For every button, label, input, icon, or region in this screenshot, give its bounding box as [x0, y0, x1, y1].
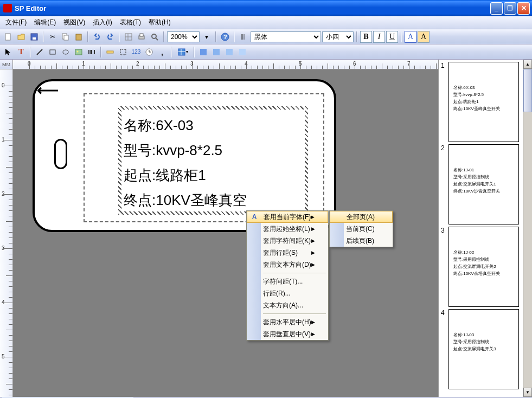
label-object[interactable]: ⟵ 名称:6X-03 型号:kvvp-8*2.5 起点:线路柜1 终点:10KV… [33, 79, 336, 232]
text-object[interactable]: 名称:6X-03 型号:kvvp-8*2.5 起点:线路柜1 终点:10KV圣峰… [118, 106, 308, 215]
select-tool[interactable] [117, 46, 129, 58]
fontsize-combo[interactable]: 小四 [322, 31, 354, 42]
close-button[interactable]: ✕ [517, 2, 530, 15]
ellipse-tool[interactable] [60, 46, 72, 58]
menu-edit[interactable]: 编辑(E) [31, 17, 59, 28]
scroll-down-button[interactable]: ▼ [523, 388, 532, 397]
fontcolor-button[interactable]: A [405, 31, 416, 43]
zoom-combo[interactable]: 200% [167, 31, 200, 42]
copy-button[interactable] [60, 31, 72, 43]
menu-item[interactable]: 文本方向(A)... [247, 299, 328, 311]
open-button[interactable] [15, 31, 27, 43]
menu-item[interactable]: 套用垂直居中(V)▶ [247, 328, 328, 340]
svg-point-20 [63, 50, 68, 54]
menu-file[interactable]: 文件(F) [2, 17, 30, 28]
text-line: 终点:10KV圣峰真空 [124, 188, 303, 213]
text-line: 型号:kvvp-8*2.5 [124, 138, 303, 163]
thumbnail-item[interactable]: 1名称:6X-03型号:kvvp-8*2.5起点:线路柜1终点:10KV圣峰真空… [439, 60, 523, 142]
counter-tool[interactable]: 123 [130, 46, 142, 58]
menu-help[interactable]: 帮助(H) [145, 17, 174, 28]
svg-text:?: ? [223, 34, 227, 40]
svg-rect-38 [226, 49, 233, 55]
svg-rect-28 [107, 51, 113, 53]
menu-item[interactable]: A套用当前字体(F)▶ [247, 211, 328, 223]
svg-rect-39 [239, 49, 246, 55]
svg-rect-4 [64, 35, 68, 40]
thumbnail-item[interactable]: 2名称:1J-01型号:采用原控制线起点:交流屏漏电开关1终点:10KV沙青真空… [439, 142, 523, 224]
save-button[interactable] [28, 31, 40, 43]
menu-insert[interactable]: 插入(I) [89, 17, 115, 28]
scroll-up-button[interactable]: ▲ [523, 60, 532, 69]
svg-point-11 [152, 34, 156, 38]
menu-item[interactable]: 套用行距(S)▶ [247, 247, 328, 259]
text-tool[interactable]: T [15, 46, 27, 58]
submenu-item[interactable]: 后续页(B) [330, 235, 393, 247]
underline-button[interactable]: U [386, 31, 398, 43]
svg-rect-5 [76, 34, 81, 40]
svg-rect-33 [178, 49, 185, 55]
menu-item[interactable]: 字符间距(T)... [247, 275, 328, 287]
submenu-item[interactable]: 当前页(C) [330, 223, 393, 235]
canvas[interactable]: ⟵ 名称:6X-03 型号:kvvp-8*2.5 起点:线路柜1 终点:10KV… [13, 69, 438, 397]
submenu-item[interactable]: 全部页(A) [330, 211, 393, 223]
scroll-thumb[interactable] [523, 69, 532, 112]
line-spacing-icon[interactable] [238, 31, 249, 43]
vertical-ruler[interactable]: 0123456 [0, 69, 13, 397]
menu-item[interactable]: 行距(R)... [247, 287, 328, 299]
paste-button[interactable] [73, 31, 85, 43]
pointer-tool[interactable] [2, 46, 14, 58]
dot-tool[interactable]: , [156, 46, 168, 58]
menu-item[interactable]: 套用字符间距(K)▶ [247, 235, 328, 247]
bold-button[interactable]: B [360, 31, 372, 43]
menu-table[interactable]: 表格(T) [117, 17, 144, 28]
cut-button[interactable]: ✂ [47, 31, 59, 43]
menu-item[interactable]: 套用起始坐标(L)▶ [247, 223, 328, 235]
thumbnail-item[interactable]: 4名称:1J-03型号:采用原控制线起点:交流屏漏电开关3 [439, 307, 523, 389]
thumb-scrollbar[interactable]: ▲ ▼ [523, 60, 532, 397]
fill2-button[interactable] [210, 46, 222, 58]
fill4-button[interactable] [236, 46, 248, 58]
window-controls: _ ☐ ✕ [490, 2, 532, 15]
thumbnail-item[interactable]: 3名称:1J-02型号:采用原控制线起点:交流屏漏电开关2终点:10KV余塔真空… [439, 224, 523, 307]
svg-line-18 [37, 49, 42, 55]
card-hole [54, 139, 67, 169]
svg-rect-10 [140, 34, 143, 36]
barcode-tool[interactable] [86, 46, 98, 58]
preview-button[interactable] [149, 31, 161, 43]
zoom-dropdown-button[interactable]: ▾ [201, 31, 213, 43]
svg-rect-29 [120, 49, 126, 55]
menu-item[interactable]: 套用水平居中(H)▶ [247, 316, 328, 328]
svg-rect-27 [94, 50, 95, 54]
grid-button[interactable] [123, 31, 134, 43]
undo-button[interactable] [91, 31, 103, 43]
fill3-button[interactable] [223, 46, 235, 58]
redo-button[interactable] [104, 31, 116, 43]
svg-rect-37 [213, 49, 220, 55]
italic-button[interactable]: I [373, 31, 385, 43]
text-line: 名称:6X-03 [124, 113, 303, 138]
svg-point-22 [77, 50, 79, 52]
line-tool[interactable] [34, 46, 46, 58]
maximize-button[interactable]: ☐ [504, 2, 516, 15]
thumbnail-panel: 1名称:6X-03型号:kvvp-8*2.5起点:线路柜1终点:10KV圣峰真空… [438, 60, 532, 397]
highlight-button[interactable]: A [418, 31, 430, 43]
context-submenu: 全部页(A)当前页(C)后续页(B) [329, 210, 393, 247]
svg-rect-23 [88, 50, 89, 54]
new-button[interactable] [2, 31, 14, 43]
workarea: MM 01234567 0123456 ⟵ 名称:6X-03 型号:kvvp-8… [0, 60, 532, 397]
font-combo[interactable]: 黑体 [251, 31, 321, 42]
arrow-icon: ⟵ [37, 81, 59, 99]
minimize-button[interactable]: _ [490, 2, 503, 15]
print-button[interactable] [136, 31, 148, 43]
image-tool[interactable] [73, 46, 85, 58]
rect-tool[interactable] [47, 46, 59, 58]
horizontal-ruler[interactable]: 01234567 [13, 60, 438, 69]
time-tool[interactable] [143, 46, 155, 58]
menu-item[interactable]: 套用文本方向(D)▶ [247, 259, 328, 271]
table-insert-button[interactable]: ▾ [175, 46, 191, 58]
fill-button[interactable] [197, 46, 209, 58]
menu-view[interactable]: 视图(V) [60, 17, 88, 28]
help-button[interactable]: ? [219, 31, 231, 43]
ruler-tool[interactable] [104, 46, 116, 58]
svg-rect-24 [90, 50, 91, 54]
